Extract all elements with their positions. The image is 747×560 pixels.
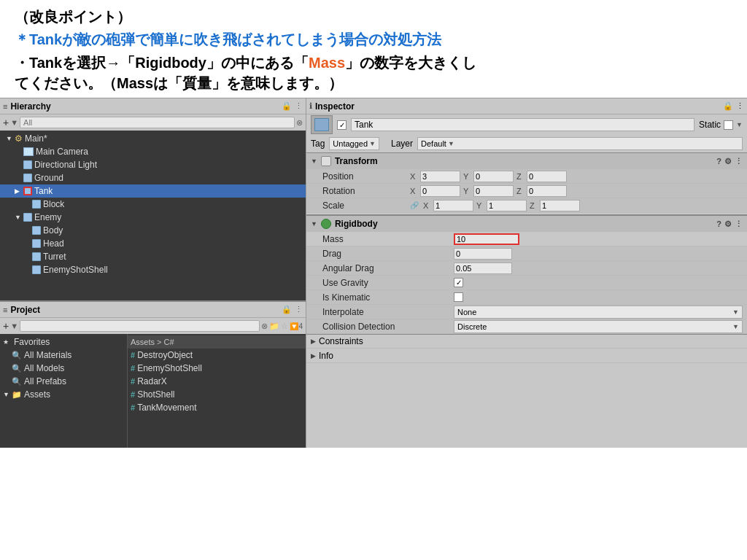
hierarchy-item-main[interactable]: ▼ ⚙ Main* bbox=[0, 132, 306, 145]
lock-icon[interactable]: 🔒 bbox=[282, 101, 292, 111]
mass-highlight: Mass bbox=[309, 55, 345, 71]
more-icon[interactable]: ⋮ bbox=[735, 219, 743, 229]
more-icon[interactable]: ⋮ bbox=[735, 157, 743, 166]
file-label: ShotShell bbox=[137, 389, 174, 400]
angular-drag-row: Angular Drag bbox=[306, 261, 747, 276]
rotation-z-input[interactable] bbox=[527, 185, 567, 197]
hierarchy-item-turret[interactable]: Turret bbox=[0, 250, 306, 263]
project-file-destroyobject[interactable]: # DestroyObject bbox=[128, 349, 306, 362]
rotation-x-input[interactable] bbox=[420, 185, 460, 197]
constraints-toggle[interactable]: ▶ bbox=[311, 338, 316, 345]
project-all-prefabs[interactable]: 🔍 All Prefabs bbox=[0, 375, 127, 388]
search-clear-icon[interactable]: ⊗ bbox=[296, 118, 303, 128]
project-file-tankmovement[interactable]: # TankMovement bbox=[128, 401, 306, 414]
filter-icon[interactable]: 🔽4 bbox=[290, 322, 303, 330]
static-dropdown-arrow[interactable]: ▼ bbox=[736, 121, 743, 128]
hierarchy-item-camera[interactable]: Main Camera bbox=[0, 145, 306, 158]
angular-drag-input[interactable] bbox=[454, 262, 512, 274]
hierarchy-item-light[interactable]: Directional Light bbox=[0, 158, 306, 171]
project-favorites[interactable]: ★ Favorites bbox=[0, 335, 127, 349]
sort-icon[interactable]: ▼ bbox=[10, 322, 18, 330]
assets-folder-icon: 📁 bbox=[12, 390, 22, 400]
drag-input[interactable] bbox=[454, 248, 512, 260]
more-icon[interactable]: ⋮ bbox=[295, 101, 303, 111]
object-enabled-checkbox[interactable]: ✓ bbox=[337, 120, 347, 130]
hierarchy-item-label: Ground bbox=[34, 173, 63, 183]
static-checkbox[interactable] bbox=[724, 120, 733, 130]
is-kinematic-checkbox[interactable] bbox=[454, 292, 463, 302]
position-z-input[interactable] bbox=[527, 171, 567, 182]
rotation-y-input[interactable] bbox=[473, 185, 514, 197]
scale-x-input[interactable] bbox=[433, 200, 473, 211]
tag-dropdown[interactable]: Untagged ▼ bbox=[329, 137, 379, 150]
inspector-panel: ℹ Inspector 🔒 ⋮ ✓ Static ▼ Tag Untagged … bbox=[306, 98, 747, 448]
lock-icon[interactable]: 🔒 bbox=[282, 305, 292, 314]
all-models-label: All Models bbox=[24, 363, 64, 373]
hierarchy-search[interactable] bbox=[20, 117, 295, 128]
rigidbody-toggle[interactable]: ▼ bbox=[311, 220, 317, 228]
project-file-radarx[interactable]: # RadarX bbox=[128, 375, 306, 388]
expand-arrow: ★ bbox=[3, 338, 12, 346]
problem-description: ＊Tankが敵の砲弾で簡単に吹き飛ばされてしまう場合の対処方法 bbox=[15, 30, 732, 50]
search-icon: 🔍 bbox=[12, 351, 22, 360]
position-x-input[interactable] bbox=[420, 171, 460, 182]
hierarchy-item-tank[interactable]: ▶ Tank bbox=[0, 184, 306, 198]
project-file-shotshell[interactable]: # ShotShell bbox=[128, 388, 306, 401]
project-all-materials[interactable]: 🔍 All Materials bbox=[0, 349, 127, 362]
more-icon[interactable]: ⋮ bbox=[736, 101, 744, 111]
transform-toggle[interactable]: ▼ bbox=[311, 158, 317, 165]
help-icon[interactable]: ? bbox=[716, 219, 721, 229]
settings-icon[interactable]: ⚙ bbox=[724, 219, 732, 229]
search-icon: 🔍 bbox=[12, 364, 22, 373]
solution-text-2: 」の数字を大きくし bbox=[345, 55, 476, 71]
hierarchy-item-label: Body bbox=[43, 225, 63, 236]
star-icon[interactable]: ☆ bbox=[281, 322, 288, 331]
hierarchy-item-body[interactable]: Body bbox=[0, 224, 306, 237]
rotation-y-field: Y bbox=[463, 185, 514, 197]
collision-detection-value-text: Discrete bbox=[457, 322, 487, 331]
z-axis-label: Z bbox=[516, 187, 525, 195]
file-label: DestroyObject bbox=[137, 350, 193, 360]
object-name-field[interactable] bbox=[351, 118, 694, 131]
position-x-field: X bbox=[410, 171, 460, 182]
hierarchy-item-enemy[interactable]: ▼ Enemy bbox=[0, 211, 306, 224]
interpolate-dropdown[interactable]: None ▼ bbox=[454, 306, 743, 319]
tag-layer-row: Tag Untagged ▼ Layer Default ▼ bbox=[306, 135, 747, 152]
lock-icon[interactable]: 🔒 bbox=[723, 101, 733, 111]
constraints-row[interactable]: ▶ Constraints bbox=[306, 334, 747, 349]
info-row[interactable]: ▶ Info bbox=[306, 349, 747, 363]
mass-input[interactable] bbox=[454, 233, 519, 245]
hierarchy-item-enemyshotshell[interactable]: EnemyShotShell bbox=[0, 263, 306, 276]
layer-dropdown[interactable]: Default ▼ bbox=[417, 137, 743, 150]
collision-detection-value: Discrete ▼ bbox=[454, 320, 743, 333]
add-button[interactable]: + bbox=[3, 117, 9, 128]
settings-icon[interactable]: ⚙ bbox=[724, 157, 732, 166]
inspector-title: Inspector bbox=[315, 101, 723, 112]
position-z-field: Z bbox=[516, 171, 567, 182]
collision-detection-dropdown[interactable]: Discrete ▼ bbox=[454, 320, 743, 333]
project-all-models[interactable]: 🔍 All Models bbox=[0, 362, 127, 375]
hierarchy-item-label: Turret bbox=[43, 252, 66, 262]
search-clear-icon[interactable]: ⊗ bbox=[261, 322, 268, 331]
folder-nav-icon[interactable]: 📁 bbox=[269, 322, 279, 331]
more-icon[interactable]: ⋮ bbox=[295, 305, 303, 314]
add-button[interactable]: + bbox=[3, 320, 9, 332]
scale-y-input[interactable] bbox=[487, 200, 527, 211]
project-search[interactable] bbox=[20, 320, 260, 332]
position-y-input[interactable] bbox=[473, 171, 514, 182]
solution-text-1: ・Tankを選択→「Rigidbody」の中にある「 bbox=[15, 55, 309, 71]
hierarchy-item-ground[interactable]: Ground bbox=[0, 171, 306, 184]
position-fields: X Y Z bbox=[410, 171, 743, 182]
help-icon[interactable]: ? bbox=[716, 157, 721, 166]
hierarchy-item-block[interactable]: Block bbox=[0, 198, 306, 211]
info-toggle[interactable]: ▶ bbox=[311, 352, 316, 359]
use-gravity-checkbox[interactable]: ✓ bbox=[454, 278, 463, 287]
project-file-enemyshotshell[interactable]: # EnemyShotShell bbox=[128, 362, 306, 375]
hierarchy-item-head[interactable]: Head bbox=[0, 237, 306, 250]
scale-x-field: X bbox=[423, 200, 473, 211]
scale-z-input[interactable] bbox=[540, 200, 580, 211]
sort-icon[interactable]: ▼ bbox=[10, 118, 18, 127]
hierarchy-item-label: Directional Light bbox=[34, 160, 97, 170]
rigidbody-icon bbox=[321, 219, 331, 229]
project-assets-folder[interactable]: ▼ 📁 Assets bbox=[0, 388, 127, 401]
